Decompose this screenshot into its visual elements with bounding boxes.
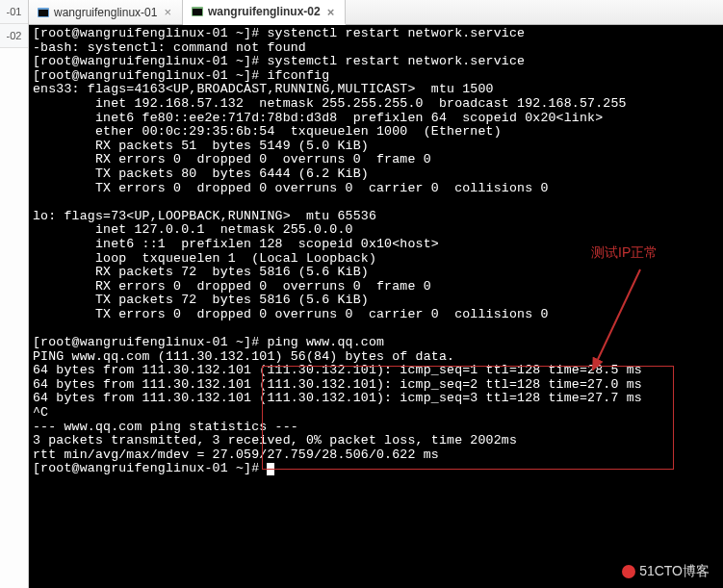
close-icon[interactable]: × <box>325 5 337 19</box>
terminal-icon <box>38 7 49 18</box>
terminal-pane[interactable]: [root@wangruifenglinux-01 ~]# systenctl … <box>29 25 723 588</box>
tab-bar: wangruifenglinux-01 × wangruifenglinux-0… <box>29 0 723 25</box>
tab-label: wangruifenglinux-01 <box>54 6 157 19</box>
terminal-icon <box>192 6 203 17</box>
gutter-session-1[interactable]: -01 <box>0 0 28 24</box>
session-gutter: -01 -02 <box>0 0 29 588</box>
tab-2[interactable]: wangruifenglinux-02 × <box>183 0 346 25</box>
cursor <box>267 463 274 475</box>
tab-label: wangruifenglinux-02 <box>208 5 321 18</box>
svg-rect-1 <box>39 10 48 16</box>
svg-rect-3 <box>193 9 202 15</box>
logo-icon <box>622 565 635 578</box>
annotation-label: 测试IP正常 <box>591 244 658 262</box>
gutter-session-2[interactable]: -02 <box>0 24 28 48</box>
watermark-text: 51CTO博客 <box>639 563 710 580</box>
watermark: 51CTO博客 <box>622 563 710 580</box>
close-icon[interactable]: × <box>162 5 173 19</box>
tab-1[interactable]: wangruifenglinux-01 × <box>29 0 183 24</box>
